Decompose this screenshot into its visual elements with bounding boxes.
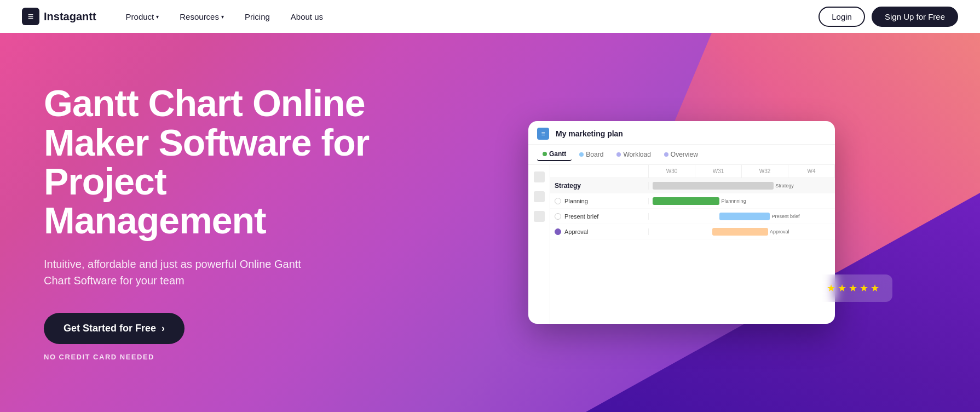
- gantt-label-strategy: Strategy: [550, 182, 649, 190]
- gantt-row-approval: Approval Approval: [550, 224, 835, 239]
- gantt-bar-approval: [712, 228, 768, 236]
- stars-container: ★ ★ ★ ★ ★: [827, 282, 879, 294]
- arrow-icon: ›: [162, 323, 165, 334]
- row-check-planning: [555, 198, 561, 204]
- gantt-week-w4: W4: [788, 165, 835, 178]
- chevron-down-icon: ▾: [156, 14, 159, 20]
- cta-button[interactable]: Get Started for Free ›: [44, 313, 185, 344]
- gantt-week-w30: W30: [649, 165, 695, 178]
- sidebar-icon-2: [534, 191, 545, 202]
- signup-button[interactable]: Sign Up for Free: [872, 7, 958, 27]
- brand-logo[interactable]: ≡ Instagantt: [22, 8, 96, 25]
- gantt-right-header: W30 W31 W32 W4: [649, 165, 835, 178]
- row-check-approval: [555, 228, 561, 235]
- brand-icon: ≡: [22, 8, 39, 25]
- hero-section: Gantt Chart Online Maker Software for Pr…: [0, 33, 980, 412]
- gantt-bar-label-present-brief: Present brief: [771, 214, 799, 219]
- gantt-week-w32: W32: [742, 165, 788, 178]
- star-3: ★: [849, 282, 857, 294]
- sidebar-icon-3: [534, 211, 545, 222]
- gantt-row-planning: Planning Plannnning: [550, 193, 835, 209]
- tab-gantt[interactable]: Gantt: [537, 148, 572, 161]
- gantt-bar-area-strategy: Strategy: [649, 178, 835, 193]
- app-tabs: Gantt Board Workload Overview: [528, 145, 835, 165]
- reviews-badge: 10,000+ reviews ★ ★ ★ ★ ★: [741, 274, 892, 302]
- nav-item-resources[interactable]: Resources ▾: [172, 8, 232, 26]
- tab-overview-dot: [664, 152, 668, 157]
- gantt-header: W30 W31 W32 W4: [550, 165, 835, 178]
- login-button[interactable]: Login: [818, 7, 865, 27]
- gantt-label-planning: Planning: [550, 198, 649, 204]
- tab-workload-dot: [616, 152, 621, 157]
- nav-item-product[interactable]: Product ▾: [118, 8, 167, 26]
- gantt-bar-area-planning: Plannnning: [649, 193, 835, 208]
- gantt-bar-label-planning: Plannnning: [722, 198, 746, 204]
- nav-right: Login Sign Up for Free: [818, 7, 958, 27]
- gantt-label-present-brief: Present brief: [550, 213, 649, 220]
- navbar: ≡ Instagantt Product ▾ Resources ▾ Prici…: [0, 0, 980, 33]
- hero-content: Gantt Chart Online Maker Software for Pr…: [0, 84, 980, 361]
- gantt-row-present-brief: Present brief Present brief: [550, 209, 835, 224]
- tab-overview[interactable]: Overview: [659, 148, 704, 161]
- star-4: ★: [860, 282, 868, 294]
- gantt-label-approval: Approval: [550, 228, 649, 235]
- tab-workload[interactable]: Workload: [611, 148, 656, 161]
- row-check-present-brief: [555, 213, 561, 220]
- tab-gantt-dot: [543, 152, 547, 156]
- gantt-bar-planning: [653, 197, 719, 205]
- gantt-bar-label-strategy: Strategy: [775, 183, 794, 188]
- hero-right: ≡ My marketing plan Gantt Board: [427, 121, 936, 324]
- gantt-bar-area-present-brief: Present brief: [649, 209, 835, 224]
- gantt-row-strategy: Strategy Strategy: [550, 178, 835, 193]
- tab-board[interactable]: Board: [574, 148, 609, 161]
- gantt-bar-strategy: [653, 182, 774, 190]
- app-sidebar: [528, 165, 550, 324]
- app-preview-title: My marketing plan: [556, 129, 623, 138]
- reviews-text: 10,000+ reviews: [754, 283, 820, 293]
- sidebar-icon-1: [534, 171, 545, 182]
- nav-item-pricing[interactable]: Pricing: [237, 8, 278, 26]
- gantt-week-w31: W31: [695, 165, 742, 178]
- gantt-left-header: [550, 165, 649, 178]
- hero-left: Gantt Chart Online Maker Software for Pr…: [44, 84, 394, 361]
- gantt-bar-area-approval: Approval: [649, 224, 835, 239]
- gantt-bar-present-brief: [719, 213, 770, 220]
- nav-links: Product ▾ Resources ▾ Pricing About us: [118, 8, 819, 26]
- app-topbar: ≡ My marketing plan: [528, 121, 835, 145]
- tab-board-dot: [579, 152, 584, 157]
- star-5: ★: [871, 282, 879, 294]
- hero-subtitle: Intuitive, affordable and just as powerf…: [44, 256, 318, 289]
- hero-title: Gantt Chart Online Maker Software for Pr…: [44, 84, 394, 241]
- brand-name: Instagantt: [44, 10, 96, 23]
- star-1: ★: [827, 282, 835, 294]
- star-2: ★: [838, 282, 846, 294]
- nav-item-about[interactable]: About us: [283, 8, 331, 26]
- gantt-bar-label-approval: Approval: [770, 229, 789, 234]
- app-icon: ≡: [537, 128, 549, 140]
- chevron-down-icon: ▾: [221, 14, 224, 20]
- no-credit-label: NO CREDIT CARD NEEDED: [44, 353, 394, 361]
